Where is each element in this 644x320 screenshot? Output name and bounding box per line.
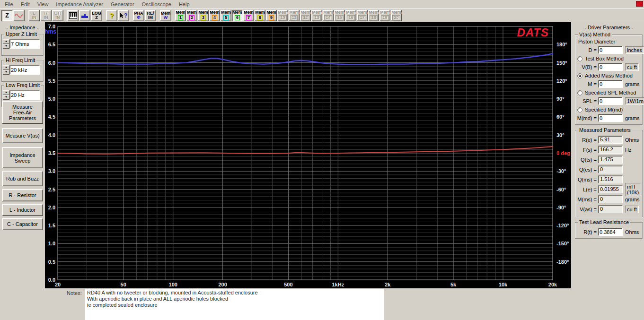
memory-slot-19-button[interactable]: Mem19: [379, 10, 390, 21]
specified-spl-label: Specified SPL Method: [585, 90, 636, 95]
real-imaginary-button[interactable]: RE/IM: [145, 10, 156, 21]
mem-number: 6: [235, 15, 240, 20]
l-inductor-button[interactable]: L - Inductor: [2, 204, 43, 216]
test-lead-input[interactable]: [598, 228, 623, 236]
svg-text:0 deg: 0 deg: [556, 150, 570, 156]
mem-number: 3: [201, 15, 206, 20]
test-box-method-option[interactable]: Test Box Method: [577, 56, 641, 61]
measured-row: Q(ms) =1.516: [576, 175, 641, 183]
driver-parameters-panel: - Driver Parameters - V(as) Method Pisto…: [573, 22, 644, 320]
vas-method-group: V(as) Method Piston Diameter D = inches …: [575, 35, 643, 125]
help-button[interactable]: ?: [106, 10, 117, 21]
piston-diameter-input[interactable]: [598, 46, 623, 54]
log-impedance-button[interactable]: LOGZ: [91, 10, 102, 21]
specified-mmd-radio[interactable]: [577, 107, 582, 112]
notes-textbox[interactable]: RD40 A with no tweeter or blocking, moun…: [85, 289, 384, 320]
mmd-input[interactable]: [598, 114, 623, 122]
memory-slot-3-button[interactable]: Mem3: [198, 10, 209, 21]
menu-help[interactable]: Help: [175, 0, 194, 9]
upper-z-input[interactable]: [9, 39, 40, 49]
left-input-button[interactable]: LIN: [28, 10, 40, 21]
memory-slot-20-button[interactable]: Mem20: [391, 10, 402, 21]
hi-freq-limit-label: Hi Freq Limit: [4, 57, 36, 63]
specified-mmd-option[interactable]: Specified M(md): [577, 107, 641, 112]
menu-view[interactable]: View: [34, 0, 53, 9]
button-label: Parameters: [9, 115, 36, 121]
memory-slot-13-button[interactable]: Mem13: [311, 10, 322, 21]
mem-label: Mem: [210, 10, 220, 15]
memory-slot-1-button[interactable]: Mem1: [175, 10, 186, 21]
button-label: C - Capacitor: [7, 221, 38, 227]
memory-write-button[interactable]: MemW: [160, 10, 171, 21]
svg-text:?: ?: [124, 12, 127, 19]
memory-slot-10-button[interactable]: Mem10: [277, 10, 288, 21]
measure-v-as--button[interactable]: Measure V(as): [2, 128, 43, 143]
context-help-button[interactable]: ?: [118, 10, 129, 21]
memory-slot-17-button[interactable]: Mem17: [357, 10, 368, 21]
memory-slot-11-button[interactable]: Mem11: [289, 10, 300, 21]
specified-spl-method-option[interactable]: Specified SPL Method: [577, 90, 641, 95]
spl-unit: 1W/1m: [625, 97, 644, 105]
svg-text:2k: 2k: [385, 282, 391, 287]
spl-input[interactable]: [598, 97, 623, 105]
button-label: Free-Air: [13, 110, 32, 115]
test-box-radio[interactable]: [577, 56, 582, 61]
upper-z-spinner[interactable]: ▲▼: [3, 39, 9, 49]
memory-slot-8-button[interactable]: Mem8: [255, 10, 265, 21]
param-label: Q(ts) =: [576, 157, 598, 163]
memory-slot-12-button[interactable]: Mem12: [300, 10, 311, 21]
r-resistor-button[interactable]: R - Resistor: [2, 189, 43, 201]
low-freq-input[interactable]: [9, 90, 40, 100]
right-input-button[interactable]: RIN: [40, 10, 52, 21]
measured-row: R(e) =5.91Ohms: [576, 136, 641, 144]
memory-slot-14-button[interactable]: Mem14: [323, 10, 334, 21]
impedance-mode-button[interactable]: Z: [1, 10, 13, 21]
svg-text:90°: 90°: [556, 96, 565, 102]
svg-text:DATS: DATS: [517, 26, 549, 39]
memory-slot-7-button[interactable]: Mem7: [243, 10, 254, 21]
mem-number: 5: [223, 15, 229, 20]
memory-slot-18-button[interactable]: Mem18: [368, 10, 379, 21]
menu-edit[interactable]: Edit: [17, 0, 34, 9]
param-unit: cu ft: [625, 206, 639, 213]
blue-bars-icon: [81, 12, 89, 18]
tone-keyboard-button[interactable]: [67, 10, 79, 21]
memory-slot-15-button[interactable]: Mem15: [334, 10, 345, 21]
m-label: M =: [576, 81, 598, 87]
memory-slot-16-button[interactable]: Mem16: [345, 10, 356, 21]
c-capacitor-button[interactable]: C - Capacitor: [2, 218, 43, 230]
button-label: Sweep: [15, 158, 31, 164]
memory-slot-4-button[interactable]: Mem4: [209, 10, 220, 21]
rub-and-buzz-button[interactable]: Rub and Buzz: [2, 171, 43, 186]
hi-freq-input[interactable]: [9, 65, 40, 75]
impedance-sweep-button[interactable]: ImpedanceSweep: [2, 147, 43, 168]
measured-parameters-group: Measured Parameters R(e) =5.91OhmsF(s) =…: [575, 130, 643, 217]
hi-freq-spinner[interactable]: ▲▼: [3, 65, 9, 75]
box-volume-input[interactable]: [598, 63, 623, 71]
added-mass-input[interactable]: [598, 80, 623, 88]
memory-slot-2-button[interactable]: Mem2: [186, 10, 197, 21]
svg-text:1kHz: 1kHz: [332, 282, 344, 287]
added-mass-method-option[interactable]: Added Mass Method: [577, 73, 641, 78]
specified-spl-radio[interactable]: [577, 90, 582, 95]
sine-generator-button[interactable]: [13, 10, 25, 21]
low-freq-limit-label: Low Freq Limit: [4, 82, 41, 88]
low-freq-spinner[interactable]: ▲▼: [3, 90, 9, 100]
memory-slot-5-button[interactable]: Mem5: [221, 10, 231, 21]
svg-text:120°: 120°: [556, 78, 567, 84]
menu-file[interactable]: File: [1, 0, 17, 9]
param-label: M(ms) =: [576, 197, 598, 202]
measured-row: L(e) =0.01955mH (10k): [576, 185, 641, 193]
menu-oscilloscope[interactable]: Oscilloscope: [138, 0, 175, 9]
memory-slot-6-button[interactable]: Mem6: [232, 10, 243, 21]
measure-free-air-parameters-button[interactable]: MeasureFree-AirParameters: [2, 101, 43, 124]
svg-text:180°: 180°: [556, 42, 567, 47]
phase-display-button[interactable]: PHAΦ: [133, 10, 144, 21]
memory-slot-9-button[interactable]: Mem9: [266, 10, 277, 21]
stereo-input-button[interactable]: L RIN: [52, 10, 63, 21]
bar-graph-button[interactable]: [79, 10, 90, 21]
menu-impedance-analyzer[interactable]: Impedance Analyzer: [52, 0, 107, 9]
mem-number: 7: [246, 15, 251, 20]
menu-generator[interactable]: Generator: [107, 0, 138, 9]
added-mass-radio[interactable]: [577, 73, 582, 78]
